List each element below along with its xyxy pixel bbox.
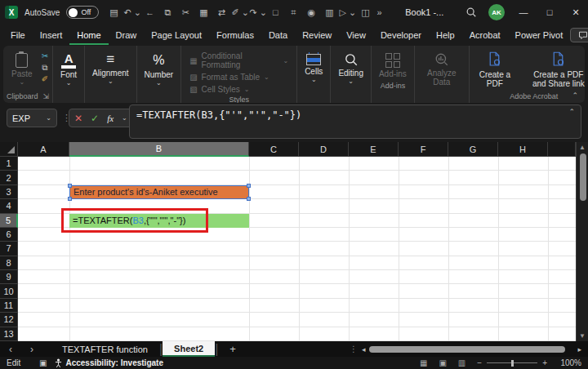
qat-pin-icon[interactable]: ⌗ [285,7,301,18]
column-header-partial[interactable] [548,142,576,157]
reference-handle-icon[interactable] [68,184,72,188]
add-sheet-icon[interactable]: + [218,343,247,355]
user-avatar[interactable]: AK [488,4,505,20]
close-button[interactable]: ✕ [568,7,583,18]
qat-refresh-icon[interactable]: ⇄ [213,7,229,18]
tab-formulas[interactable]: Formulas [209,26,261,45]
qat-overflow-icon[interactable]: » [376,7,381,17]
zoom-level[interactable]: 100% [559,358,581,367]
insert-function-icon[interactable]: fx [107,113,114,123]
scroll-down-icon[interactable]: ▼ [579,332,586,340]
create-pdf-share-button[interactable]: Create a PDF and Share link [522,49,588,90]
tab-power-pivot[interactable]: Power Pivot [508,26,571,45]
qat-preview-icon[interactable]: ▥ [321,7,337,18]
clipboard-dialog-launcher-icon[interactable]: ⇲ [43,92,50,100]
addins-button[interactable]: Add-ins [375,49,411,80]
qat-back-icon[interactable]: ← [141,7,158,17]
autosave-toggle[interactable]: Off [66,6,99,19]
conditional-formatting-button[interactable]: ▦ Conditional Formatting ⌄ [189,51,288,69]
row-header-1[interactable]: 1 [0,157,18,171]
tab-draw[interactable]: Draw [109,26,145,45]
cell-styles-button[interactable]: ▧ Cell Styles ⌄ [189,85,249,94]
zoom-out-icon[interactable]: − [477,358,482,367]
tab-data[interactable]: Data [261,26,295,45]
row-header-3[interactable]: 3 [0,185,18,199]
column-header-f[interactable]: F [399,142,448,157]
cell-b3[interactable]: Enter product's id's-Aniket executive [69,185,249,199]
column-header-h[interactable]: H [498,142,548,157]
create-pdf-button[interactable]: Create a PDF [473,49,517,90]
sheet-next-icon[interactable]: › [21,344,42,355]
font-dropdown-button[interactable]: A Font ⌄ [56,49,81,87]
cancel-icon[interactable]: ✕ [74,113,82,124]
accessibility-status[interactable]: Accessibility: Investigate [55,358,163,367]
zoom-slider[interactable] [487,362,537,364]
normal-view-icon[interactable]: ▦ [420,358,427,367]
qat-draw-icon[interactable]: ✐ ⌄ [231,7,247,18]
scroll-up-icon[interactable]: ▲ [579,144,586,151]
reference-handle-icon[interactable] [68,197,72,201]
column-header-c[interactable]: C [249,142,299,157]
sheet-tab-sheet2[interactable]: Sheet2 [163,341,215,357]
row-header-8[interactable]: 8 [0,256,18,270]
alignment-dropdown-button[interactable]: ≡ Alignment ⌄ [88,49,132,85]
qat-lock-icon[interactable]: ◫ [357,7,373,18]
zoom-slider-thumb[interactable] [511,360,514,367]
column-header-b[interactable]: B [69,142,249,157]
hscroll-right-icon[interactable]: ▸ [577,345,581,353]
name-box[interactable]: EXP ⌄ [7,109,57,127]
page-layout-view-icon[interactable]: ▣ [439,358,446,367]
cells-area[interactable]: Enter product's id's-Aniket executive =T… [18,157,576,341]
qat-play-icon[interactable]: ▷ ⌄ [339,7,355,18]
number-dropdown-button[interactable]: % Number ⌄ [140,49,178,87]
hscroll-left-icon[interactable]: ◂ [362,345,366,353]
qat-new-file-icon[interactable]: □ [267,7,283,17]
tab-help[interactable]: Help [429,26,462,45]
tab-view[interactable]: View [339,26,373,45]
cut-icon[interactable]: ✂ [42,51,48,61]
macro-record-icon[interactable]: ▣ [39,358,47,367]
tab-review[interactable]: Review [295,26,339,45]
search-icon[interactable] [466,7,477,18]
column-header-e[interactable]: E [349,142,399,157]
reference-handle-icon[interactable] [247,197,251,201]
enter-icon[interactable]: ✓ [91,113,99,124]
qat-undo-icon[interactable]: ↶ ⌄ [123,7,140,18]
qat-redo-icon[interactable]: ↷ ⌄ [249,7,265,18]
maximize-button[interactable]: □ [542,7,557,17]
row-header-2[interactable]: 2 [0,171,18,184]
tab-scroll-divider[interactable]: ⋮ [350,345,358,353]
column-header-d[interactable]: D [299,142,349,157]
qat-picture-icon[interactable]: ▦ [195,7,212,18]
editing-dropdown-button[interactable]: Editing ⌄ [334,49,368,85]
horizontal-scrollbar[interactable] [369,346,565,353]
qat-copy-icon[interactable]: ⧉ [159,7,176,18]
copy-icon[interactable]: ⧉ [42,63,48,73]
row-header-11[interactable]: 11 [0,299,18,313]
expand-formula-bar-icon[interactable]: ⌃ [568,108,575,116]
sheet-prev-icon[interactable]: ‹ [0,344,21,355]
fx-chevron-icon[interactable]: ⌄ [122,116,127,120]
qat-cut-icon[interactable]: ✂ [177,7,194,18]
vertical-scroll-thumb[interactable] [580,153,586,201]
row-header-9[interactable]: 9 [0,270,18,284]
row-header-10[interactable]: 10 [0,284,18,298]
analyze-data-button[interactable]: Analyze Data [418,49,466,88]
paste-button[interactable]: Paste ⌄ [7,49,37,86]
select-all-corner[interactable] [0,142,18,157]
comments-button[interactable]: Comments [570,28,588,42]
row-header-13[interactable]: 13 [0,327,18,341]
format-painter-icon[interactable]: ✐ [42,74,48,84]
formula-input[interactable]: =TEXTAFTER(B3,{"'","'","-"}) [129,104,581,139]
reference-handle-icon[interactable] [247,184,251,188]
tab-page-layout[interactable]: Page Layout [144,26,209,45]
vertical-scrollbar[interactable]: ▲ ▼ [576,142,588,341]
zoom-in-icon[interactable]: + [542,358,547,367]
tab-file[interactable]: File [3,26,33,45]
tab-developer[interactable]: Developer [373,26,429,45]
sheet-tab-textafter-function[interactable]: TEXTAFTER function [51,341,159,357]
row-header-5[interactable]: 5 [0,214,18,228]
format-as-table-button[interactable]: ▨ Format as Table ⌄ [189,73,270,82]
qat-snapshot-icon[interactable]: ◉ [303,7,319,18]
tab-home[interactable]: Home [69,26,108,45]
